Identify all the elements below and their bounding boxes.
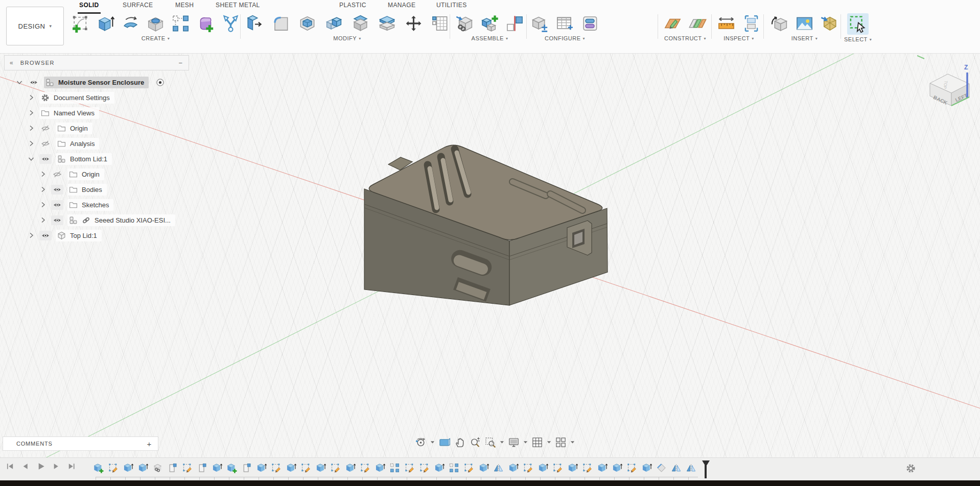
offset-plane-icon[interactable] <box>663 13 683 34</box>
step-back-button[interactable] <box>20 461 30 471</box>
chevron-right-icon[interactable] <box>39 185 47 193</box>
chevron-right-icon[interactable] <box>27 109 35 117</box>
timeline-feature-sketch[interactable] <box>419 463 430 473</box>
browser-item-sketches[interactable]: Sketches <box>4 197 189 212</box>
timeline-feature-extrude[interactable] <box>612 463 622 473</box>
combine-icon[interactable] <box>324 13 344 34</box>
browser-item-moisture-sensor-enclosure[interactable]: Moisture Sensor Enclosure <box>4 75 189 90</box>
chevron-right-icon[interactable] <box>39 201 47 209</box>
display-settings-icon[interactable] <box>508 436 520 448</box>
hole-icon[interactable] <box>146 13 166 34</box>
minimize-icon[interactable]: − <box>178 59 182 67</box>
skip-start-button[interactable] <box>5 461 15 471</box>
timeline-feature-extrude[interactable] <box>315 463 326 473</box>
variants-icon[interactable] <box>580 13 600 34</box>
browser-item-analysis[interactable]: Analysis <box>4 136 189 151</box>
timeline-feature-chamfer[interactable] <box>656 463 667 473</box>
tab-plastic[interactable]: PLASTIC <box>338 0 368 12</box>
add-comment-button[interactable]: + <box>147 440 152 448</box>
parameters-icon[interactable] <box>430 13 450 34</box>
tab-surface[interactable]: SURFACE <box>121 0 154 12</box>
tree-item-body[interactable]: Document Settings <box>39 92 114 104</box>
browser-item-named-views[interactable]: Named Views <box>4 105 189 120</box>
timeline-feature-sketch[interactable] <box>523 463 533 473</box>
chevron-down-icon[interactable] <box>547 441 551 444</box>
form-icon[interactable] <box>196 13 216 34</box>
create-sketch-icon[interactable] <box>71 13 90 34</box>
chevron-down-icon[interactable] <box>570 441 575 444</box>
chevron-right-icon[interactable] <box>27 93 35 102</box>
viewports-icon[interactable] <box>555 436 567 448</box>
tree-item-body[interactable]: Bottom Lid:1 <box>56 153 112 165</box>
timeline-feature-extrude[interactable] <box>286 463 296 473</box>
timeline-feature-link[interactable] <box>152 463 163 473</box>
visibility-off-icon[interactable] <box>39 124 52 133</box>
tab-mesh[interactable]: MESH <box>174 0 195 12</box>
chevron-down-icon[interactable] <box>500 441 504 444</box>
step-forward-button[interactable] <box>51 461 61 471</box>
play-button[interactable] <box>36 461 45 471</box>
timeline-feature-extrude[interactable] <box>597 463 608 473</box>
visibility-off-icon[interactable] <box>39 139 52 149</box>
timeline-feature-sketch[interactable] <box>404 463 415 473</box>
timeline-feature-extrude[interactable] <box>641 463 652 473</box>
chevron-down-icon[interactable] <box>27 155 35 163</box>
grid-icon[interactable] <box>531 436 543 448</box>
timeline-feature-mirror[interactable] <box>671 463 682 473</box>
visibility-on-icon[interactable] <box>51 185 63 195</box>
timeline-feature-extrude[interactable] <box>508 463 519 473</box>
tree-item-body[interactable]: Analysis <box>56 138 99 150</box>
browser-item-bodies[interactable]: Bodies <box>4 182 189 197</box>
timeline-settings-gear-icon[interactable] <box>905 463 916 474</box>
timeline-feature-sketch[interactable] <box>108 463 119 473</box>
pan-icon[interactable] <box>454 436 465 448</box>
timeline-feature-extrude[interactable] <box>567 463 578 473</box>
tree-item-body[interactable]: Bodies <box>67 184 107 196</box>
timeline-feature-sketch[interactable] <box>300 463 311 473</box>
browser-item-seeed-studio-xiao-esi-[interactable]: Seeed Studio XIAO-ESI... <box>4 212 189 228</box>
tab-sheet-metal[interactable]: SHEET METAL <box>214 0 262 12</box>
visibility-off-icon[interactable] <box>51 169 63 179</box>
browser-item-document-settings[interactable]: Document Settings <box>4 90 189 105</box>
timeline-feature-extrude[interactable] <box>434 463 445 473</box>
tab-solid[interactable]: SOLID <box>78 0 101 14</box>
tree-item-body[interactable]: Origin <box>56 123 92 134</box>
midplane-icon[interactable] <box>688 13 708 34</box>
configure-icon[interactable] <box>530 13 550 34</box>
timeline-feature-sketch[interactable] <box>330 463 341 473</box>
visibility-on-icon[interactable] <box>39 154 52 164</box>
chevron-right-icon[interactable] <box>27 139 35 148</box>
chevron-right-icon[interactable] <box>27 124 35 132</box>
browser-item-origin[interactable]: Origin <box>4 120 189 136</box>
fillet-icon[interactable] <box>271 13 291 34</box>
timeline-feature-sketch[interactable] <box>582 463 593 473</box>
toolbar-group-label[interactable]: MODIFY▾ <box>333 35 361 41</box>
activate-component-radio[interactable] <box>156 78 165 87</box>
extrude-icon[interactable] <box>96 13 115 34</box>
timeline-feature-sketch[interactable] <box>552 463 563 473</box>
y-branch-icon[interactable] <box>221 13 241 34</box>
tree-item-body[interactable]: Named Views <box>39 107 99 119</box>
timeline-feature-extrude[interactable] <box>123 463 133 473</box>
toolbar-group-label[interactable]: INSERT▾ <box>791 35 818 41</box>
timeline-feature-sketch[interactable] <box>463 463 474 473</box>
chevron-down-icon[interactable] <box>523 441 528 444</box>
visibility-on-icon[interactable] <box>39 231 52 240</box>
viewcube[interactable]: TOP BACK LEFT Z <box>917 54 977 111</box>
tree-item-body[interactable]: Moisture Sensor Enclosure <box>44 77 149 88</box>
timeline-feature-plane[interactable] <box>197 463 207 473</box>
timeline-feature-sketch[interactable] <box>182 463 193 473</box>
split-body-icon[interactable] <box>377 13 397 34</box>
zoom-window-icon[interactable] <box>484 436 496 448</box>
timeline-feature-sketch[interactable] <box>626 463 637 473</box>
shell-icon[interactable] <box>297 13 317 34</box>
tree-item-body[interactable]: Seeed Studio XIAO-ESI... <box>67 214 175 226</box>
measure-icon[interactable] <box>716 13 736 34</box>
timeline-feature-sketch[interactable] <box>360 463 370 473</box>
timeline-feature-extrude[interactable] <box>538 463 548 473</box>
revolve-icon[interactable] <box>121 13 141 34</box>
tree-item-body[interactable]: Top Lid:1 <box>56 230 102 241</box>
tree-item-body[interactable]: Origin <box>67 168 104 180</box>
select-icon[interactable] <box>847 13 869 35</box>
browser-panel-header[interactable]: « BROWSER − <box>4 55 189 70</box>
